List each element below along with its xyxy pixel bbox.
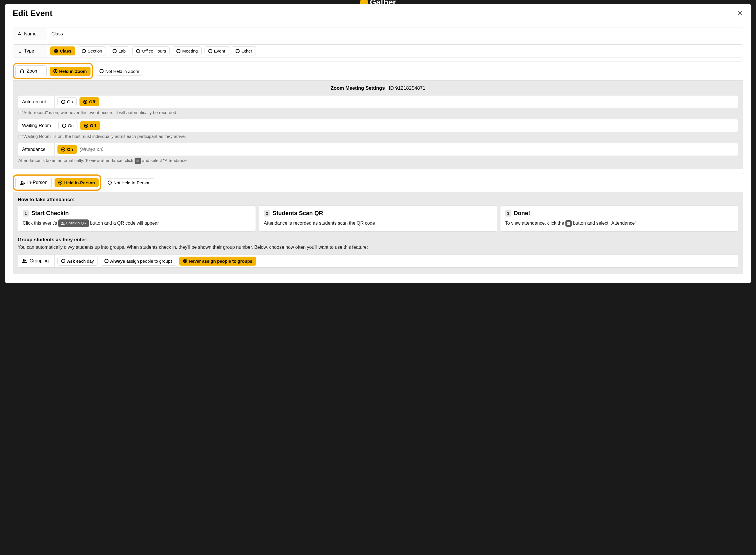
close-icon[interactable]: ✕ (737, 9, 743, 17)
in-person-panel: How to take attendance: 1 Start CheckIn … (13, 192, 743, 274)
grouping-option-always[interactable]: Always assign people to groups (101, 257, 176, 266)
checkin-qr-chip: CheckIn QR (58, 219, 89, 227)
svg-rect-7 (23, 72, 24, 73)
group-desc: You can automatically divvy students up … (18, 244, 738, 251)
zoom-panel-title: Zoom Meeting Settings | ID 91218254871 (18, 85, 738, 91)
field-type: Type ClassSectionLabOffice HoursMeetingE… (13, 44, 743, 57)
group-title: Group students as they enter: (18, 237, 738, 243)
grouping-option-ask[interactable]: Ask each day (57, 257, 98, 266)
waiting-room-on[interactable]: On (58, 121, 78, 130)
auto-record-on[interactable]: On (57, 97, 77, 106)
font-icon (17, 32, 22, 36)
type-option-office-hours[interactable]: Office Hours (132, 46, 170, 55)
type-option-other[interactable]: Other (232, 46, 256, 55)
modal-title: Edit Event (13, 9, 52, 18)
zoom-option-not-held[interactable]: Not Held in Zoom (96, 67, 143, 76)
grouping-options: Ask each dayAlways assign people to grou… (54, 255, 738, 267)
app-logo: Gather (360, 0, 396, 4)
modal-header: Edit Event ✕ (5, 4, 751, 23)
radio-icon (83, 100, 87, 104)
gather-icon (360, 0, 368, 4)
svg-rect-17 (567, 224, 570, 224)
radio-icon (108, 180, 112, 185)
step-1: 1 Start CheckIn Click this event's Check… (18, 206, 256, 231)
svg-rect-5 (18, 52, 21, 52)
radio-icon (53, 69, 57, 73)
in-person-highlight: In-Person Held In-Person (13, 174, 101, 191)
svg-rect-3 (18, 51, 21, 51)
attendance-option-on[interactable]: On (57, 145, 77, 154)
svg-rect-8 (136, 160, 139, 160)
radio-icon (58, 180, 62, 185)
name-input[interactable] (47, 28, 743, 40)
radio-icon (82, 49, 86, 53)
grouping-row: Grouping Ask each dayAlways assign peopl… (18, 255, 738, 268)
in-person-option-not-held[interactable]: Not Held In-Person (104, 178, 154, 187)
type-option-section[interactable]: Section (78, 46, 106, 55)
field-zoom-label: Zoom (15, 65, 47, 77)
people-icon (22, 259, 27, 263)
app-name: Gather (370, 0, 396, 4)
step-2: 2 Students Scan QR Attendance is recorde… (259, 206, 497, 231)
attendance-hint: Attendance is taken automatically. To vi… (18, 158, 738, 164)
app-backdrop: Gather (0, 0, 756, 4)
zoom-highlight: Zoom Held in Zoom (13, 63, 93, 79)
type-option-class[interactable]: Class (50, 46, 75, 55)
attendance-always-on: (always on) (80, 147, 104, 152)
grouping-label: Grouping (18, 255, 54, 267)
field-type-label: Type (13, 45, 47, 57)
zoom-waiting-room: Waiting Room OnOff (18, 119, 738, 132)
radio-icon (136, 49, 140, 53)
radio-icon (62, 124, 66, 128)
svg-point-13 (61, 222, 63, 223)
svg-rect-10 (136, 162, 139, 162)
zoom-auto-record: Auto-record OnOff (18, 95, 738, 108)
svg-rect-9 (136, 161, 139, 161)
edit-event-modal: Edit Event ✕ Name Type ClassSec (5, 4, 751, 283)
step-3: 3 Done! To view attendance, click the bu… (500, 206, 738, 231)
radio-icon (104, 259, 108, 263)
radio-icon (84, 124, 88, 128)
step-badge: 1 (22, 210, 29, 217)
auto-record-off[interactable]: Off (80, 97, 99, 106)
type-option-meeting[interactable]: Meeting (173, 46, 201, 55)
svg-rect-16 (567, 223, 570, 223)
field-name-label: Name (13, 28, 47, 40)
radio-icon (208, 49, 212, 53)
svg-rect-4 (18, 52, 18, 52)
type-option-event[interactable]: Event (204, 46, 229, 55)
type-options: ClassSectionLabOffice HoursMeetingEventO… (47, 45, 743, 57)
waiting-room-hint: If "Waiting Room" is on, the host must i… (18, 134, 738, 139)
menu-icon (135, 158, 141, 164)
svg-rect-0 (18, 50, 18, 50)
radio-icon (183, 259, 187, 263)
svg-rect-6 (20, 72, 21, 73)
waiting-room-off[interactable]: Off (80, 121, 100, 130)
svg-rect-1 (18, 50, 21, 50)
field-in-person-label: In-Person (15, 177, 52, 188)
svg-point-18 (23, 259, 25, 261)
in-person-option-held[interactable]: Held In-Person (54, 178, 99, 187)
radio-icon (61, 259, 65, 263)
radio-icon (236, 49, 240, 53)
grouping-option-never[interactable]: Never assign people to groups (179, 257, 256, 266)
auto-record-hint: If "Auto-record" is on, whenever this ev… (18, 110, 738, 115)
zoom-attendance: Attendance On (always on) (18, 143, 738, 156)
step-badge: 2 (264, 210, 270, 217)
svg-point-11 (21, 181, 22, 182)
zoom-settings-panel: Zoom Meeting Settings | ID 91218254871 A… (13, 80, 743, 169)
radio-icon (112, 49, 116, 53)
person-check-icon (20, 180, 25, 185)
radio-icon (99, 69, 104, 73)
headset-icon (20, 69, 25, 74)
radio-icon (61, 100, 65, 104)
field-zoom: Zoom Held in Zoom Not Held in Zoom Zoom … (13, 61, 743, 169)
svg-rect-15 (567, 222, 570, 223)
step-badge: 3 (505, 210, 512, 217)
menu-icon (565, 220, 572, 227)
radio-icon (61, 147, 65, 152)
type-option-lab[interactable]: Lab (109, 46, 129, 55)
zoom-option-held[interactable]: Held in Zoom (50, 67, 91, 76)
field-name: Name (13, 28, 743, 40)
howto-title: How to take attendance: (18, 197, 738, 203)
